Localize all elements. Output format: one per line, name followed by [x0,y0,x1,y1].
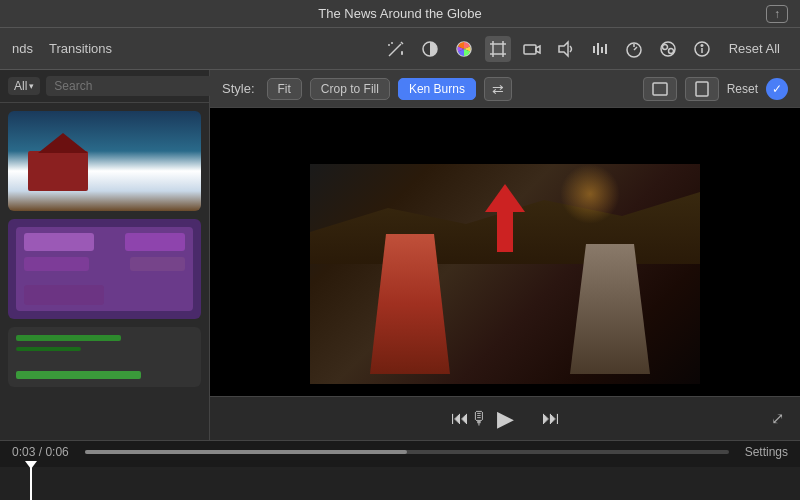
timeline: 0:03 / 0:06 Settings [0,440,800,500]
audio-bars-icon[interactable] [587,36,613,62]
fit-button[interactable]: Fit [267,78,302,100]
svg-rect-8 [493,44,503,54]
toolbar: nds Transitions [0,28,800,70]
style-bar: Style: Fit Crop to Fill Ken Burns ⇄ Res [210,70,800,108]
reset-all-button[interactable]: Reset All [721,37,788,60]
sidebar-filter[interactable]: All ▾ [8,77,40,95]
fullscreen-button[interactable]: ⤢ [771,409,784,428]
svg-rect-31 [653,83,667,95]
microphone-icon[interactable]: 🎙 [470,408,488,429]
arrow-shaft [497,212,513,252]
filter-icon[interactable] [655,36,681,62]
camera-icon[interactable] [519,36,545,62]
sidebar-items [0,103,209,440]
crop-to-fill-button[interactable]: Crop to Fill [310,78,390,100]
svg-rect-32 [696,82,708,96]
next-button[interactable]: ⏭ [542,408,560,429]
video-scene [310,164,700,384]
scene-light [560,164,620,224]
svg-point-30 [701,44,703,46]
chevron-down-icon: ▾ [29,81,34,91]
nav-item-transitions[interactable]: Transitions [49,41,112,56]
color-balance-icon[interactable] [417,36,443,62]
swap-icon: ⇄ [492,81,504,97]
svg-line-1 [401,42,403,44]
search-input[interactable] [46,76,212,96]
style-bar-right: Reset ✓ [643,77,788,101]
video-frame [310,164,700,384]
playback-controls: 🎙 ⏮ ▶ ⏭ ⤢ [210,396,800,440]
svg-rect-22 [601,47,603,53]
svg-line-0 [389,44,401,56]
arrow-head [485,184,525,212]
share-icon: ↑ [774,7,780,21]
title-bar: The News Around the Globe ↑ [0,0,800,28]
timeline-playhead [30,467,32,500]
play-button[interactable]: ▶ [497,406,514,432]
timeline-track[interactable] [0,467,800,500]
video-preview: 🎙 ⏮ ▶ ⏭ ⤢ [210,108,800,440]
timeline-controls: 0:03 / 0:06 Settings [0,441,800,463]
content-area: Style: Fit Crop to Fill Ken Burns ⇄ Res [210,70,800,440]
window-title: The News Around the Globe [318,6,481,21]
color-wheel-icon[interactable] [451,36,477,62]
main-area: All ▾ [0,70,800,440]
svg-rect-21 [597,43,599,55]
share-button[interactable]: ↑ [766,5,788,23]
ken-burns-button[interactable]: Ken Burns [398,78,476,100]
svg-rect-17 [524,45,536,54]
sidebar-search-bar: All ▾ [0,70,209,103]
info-icon[interactable] [689,36,715,62]
list-item[interactable] [8,111,201,211]
crop-aspect-button-2[interactable] [685,77,719,101]
previous-button[interactable]: ⏮ [451,408,469,429]
timeline-playhead-indicator: 0:03 / 0:06 [12,445,69,459]
nav-item-sounds[interactable]: nds [12,41,33,56]
svg-marker-18 [536,46,540,53]
check-icon: ✓ [772,82,782,96]
crop-aspect-button-1[interactable] [643,77,677,101]
sidebar: All ▾ [0,70,210,440]
svg-point-27 [668,48,673,53]
reset-button[interactable]: Reset [727,82,758,96]
magic-wand-icon[interactable] [383,36,409,62]
speed-icon[interactable] [621,36,647,62]
done-button[interactable]: ✓ [766,78,788,100]
ken-burns-arrow[interactable] [485,184,525,252]
audio-icon[interactable] [553,36,579,62]
swap-button[interactable]: ⇄ [484,77,512,101]
timeline-progress-fill [85,450,407,454]
filter-label: All [14,79,27,93]
list-item[interactable] [8,327,201,387]
toolbar-icons [383,36,715,62]
style-label: Style: [222,81,255,96]
svg-point-26 [662,44,667,49]
svg-rect-23 [605,44,607,54]
list-item[interactable] [8,219,201,319]
toolbar-nav: nds Transitions [12,41,112,56]
timeline-scrubber[interactable] [85,450,729,454]
svg-marker-19 [559,42,568,56]
settings-button[interactable]: Settings [745,445,788,459]
crop-icon[interactable] [485,36,511,62]
svg-rect-20 [593,46,595,53]
